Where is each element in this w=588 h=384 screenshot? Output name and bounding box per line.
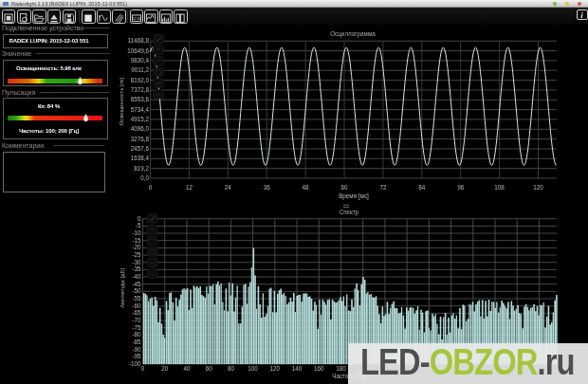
svg-text:-70: -70: [132, 317, 141, 323]
svg-text:11468,8: 11468,8: [128, 37, 150, 44]
svg-text:100: 100: [248, 365, 258, 372]
svg-text:0: 0: [138, 215, 141, 222]
svg-text:84: 84: [418, 184, 426, 191]
svg-text:-60: -60: [132, 302, 141, 309]
svg-text:60: 60: [340, 184, 348, 191]
svg-text:36: 36: [264, 184, 271, 191]
svg-text:72: 72: [379, 184, 387, 191]
svg-text:-45: -45: [132, 281, 141, 287]
svg-text:7372,8: 7372,8: [131, 86, 150, 93]
svg-text:108: 108: [494, 184, 505, 191]
svg-text:9830,4: 9830,4: [131, 57, 150, 64]
svg-text:3276,8: 3276,8: [131, 136, 150, 142]
svg-text:Время [мс]: Время [мс]: [339, 192, 369, 200]
svg-text:2457,6: 2457,6: [131, 145, 150, 152]
svg-text:Спектр: Спектр: [340, 209, 359, 216]
svg-text:Освещенность [лк]: Освещенность [лк]: [119, 77, 124, 125]
svg-text:0: 0: [141, 365, 145, 372]
svg-text:96: 96: [457, 184, 465, 191]
svg-text:20: 20: [161, 365, 169, 372]
svg-text:120: 120: [533, 184, 543, 191]
svg-text:160: 160: [314, 365, 324, 372]
svg-text:8192,0: 8192,0: [131, 77, 150, 83]
svg-text:48: 48: [303, 184, 310, 191]
svg-text:-95: -95: [132, 353, 141, 359]
svg-text:-25: -25: [132, 251, 141, 258]
svg-text:140: 140: [292, 365, 303, 372]
svg-text:10649,6: 10649,6: [127, 47, 149, 54]
svg-text:-20: -20: [132, 244, 141, 250]
svg-text:-80: -80: [132, 331, 141, 338]
svg-text:-85: -85: [132, 338, 141, 345]
svg-text:4096,0: 4096,0: [131, 125, 150, 132]
svg-text:9011,2: 9011,2: [131, 66, 149, 73]
svg-text:120: 120: [270, 365, 281, 372]
svg-text:-5: -5: [136, 222, 141, 229]
svg-text:-100: -100: [129, 360, 141, 367]
svg-text:-55: -55: [132, 295, 141, 302]
svg-text:80: 80: [228, 365, 235, 372]
svg-text:5734,4: 5734,4: [131, 106, 150, 113]
svg-text:-75: -75: [132, 324, 141, 331]
svg-text:Осциллограмма: Осциллограмма: [330, 30, 376, 38]
svg-text:1638,4: 1638,4: [131, 155, 150, 161]
svg-text:-90: -90: [132, 346, 141, 353]
svg-text:-65: -65: [132, 309, 141, 316]
svg-text:0: 0: [149, 184, 153, 191]
svg-text:-30: -30: [132, 259, 141, 265]
svg-text:-10: -10: [132, 229, 141, 236]
svg-text:Амплитуда [дБ]: Амплитуда [дБ]: [119, 268, 125, 308]
svg-text:180: 180: [336, 365, 346, 372]
svg-text:12: 12: [186, 184, 193, 191]
svg-text:819,2: 819,2: [134, 165, 149, 172]
svg-text:-35: -35: [132, 265, 141, 272]
svg-text:24: 24: [225, 184, 232, 191]
svg-text:-15: -15: [132, 237, 141, 244]
svg-text:-40: -40: [132, 273, 141, 280]
svg-text:-50: -50: [132, 287, 141, 294]
svg-text:40: 40: [183, 365, 191, 372]
svg-text:6553,6: 6553,6: [131, 96, 150, 102]
svg-text:60: 60: [206, 365, 213, 372]
svg-text:4915,2: 4915,2: [131, 116, 150, 122]
svg-text:0,0: 0,0: [140, 174, 149, 181]
